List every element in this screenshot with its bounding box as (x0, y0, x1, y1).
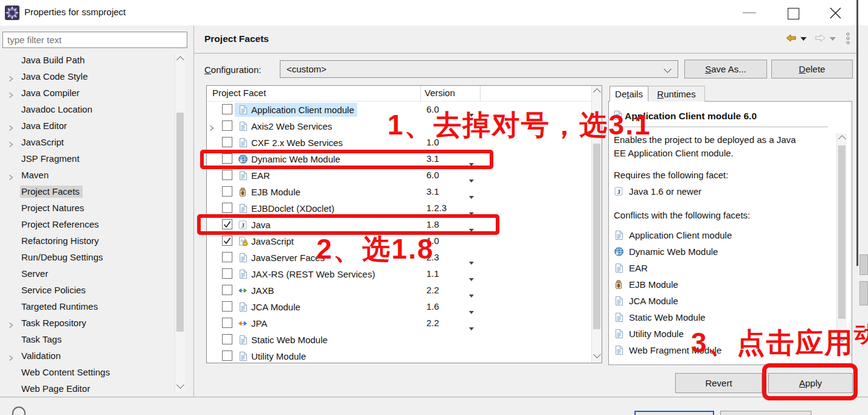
scroll-down-icon[interactable] (593, 350, 601, 358)
facet-row[interactable]: EAR6.0 (207, 167, 591, 184)
version-dropdown-icon[interactable] (469, 256, 474, 267)
tab-runtimes[interactable]: Runtimes (648, 86, 705, 102)
facet-checkbox[interactable] (222, 285, 232, 295)
help-button-partial[interactable] (12, 406, 26, 415)
save-as-button[interactable]: Save As... (684, 60, 767, 78)
expand-chevron-icon[interactable] (8, 353, 14, 359)
sidebar-item-service-policies[interactable]: Service Policies (0, 282, 173, 299)
js-icon (238, 237, 248, 246)
facet-row[interactable]: JCA Module1.6 (207, 299, 591, 315)
facet-reference-item: JJava 1.6 or newer (614, 183, 814, 200)
expand-chevron-icon[interactable] (8, 123, 14, 129)
version-dropdown-icon[interactable] (469, 305, 474, 316)
sidebar-item-validation[interactable]: Validation (0, 348, 173, 364)
facet-checkbox[interactable] (222, 268, 232, 279)
facet-checkbox[interactable] (222, 186, 232, 197)
sidebar-item-maven[interactable]: Maven (0, 167, 173, 184)
scroll-up-icon[interactable] (838, 135, 846, 143)
facet-checkbox[interactable] (222, 301, 232, 312)
facet-checkbox[interactable] (222, 334, 232, 344)
cancel-button-partial[interactable] (720, 411, 811, 415)
sidebar-item-server[interactable]: Server (0, 266, 173, 282)
facet-checkbox[interactable] (222, 170, 232, 180)
sidebar-item-javadoc-location[interactable]: Javadoc Location (0, 102, 173, 118)
sidebar-item-project-references[interactable]: Project References (0, 217, 173, 233)
sidebar-item-jsp-fragment[interactable]: JSP Fragment (0, 151, 173, 167)
maximize-button[interactable] (788, 8, 799, 19)
version-dropdown-icon[interactable] (469, 289, 474, 299)
forward-arrow-icon[interactable] (815, 34, 825, 42)
facet-checkbox[interactable] (222, 104, 232, 114)
back-arrow-icon[interactable] (786, 34, 796, 42)
expand-chevron-icon[interactable] (8, 320, 14, 326)
sidebar-item-project-facets[interactable]: Project Facets (0, 184, 173, 200)
facet-row[interactable]: JAX-RS (REST Web Services)1.1 (207, 266, 591, 282)
close-button[interactable] (829, 7, 842, 19)
facet-checkbox[interactable] (222, 235, 232, 246)
version-dropdown-icon[interactable] (469, 174, 474, 184)
svg-text:J: J (617, 188, 620, 195)
facet-label: CXF 2.x Web Services (251, 138, 343, 148)
sidebar-item-java-editor[interactable]: Java Editor (0, 118, 173, 134)
delete-button[interactable]: Delete (771, 60, 853, 78)
sidebar-item-java-build-path[interactable]: Java Build Path (0, 52, 173, 69)
sidebar-item-web-page-editor[interactable]: Web Page Editor (0, 381, 173, 397)
sidebar-item-task-tags[interactable]: Task Tags (0, 332, 173, 348)
facet-row[interactable]: JAXB2.2 (207, 282, 591, 299)
configuration-combo[interactable]: <custom> (280, 60, 678, 78)
expand-chevron-icon[interactable] (209, 123, 215, 133)
version-dropdown-icon[interactable] (469, 273, 474, 283)
facet-row[interactable]: Utility Module (207, 348, 591, 363)
sidebar-item-run-debug-settings[interactable]: Run/Debug Settings (0, 249, 173, 266)
sidebar-item-refactoring-history[interactable]: Refactoring History (0, 233, 173, 249)
facet-checkbox[interactable] (222, 203, 232, 213)
sidebar-item-label: Java Build Path (20, 54, 88, 66)
facet-row[interactable]: EJB Module3.1 (207, 184, 591, 200)
scrollbar-thumb[interactable] (176, 113, 184, 332)
facet-row[interactable]: Static Web Module (207, 332, 591, 348)
version-dropdown-icon[interactable] (469, 190, 474, 201)
sidebar-scrollbar[interactable] (175, 54, 185, 392)
facet-reference-label: Dynamic Web Module (629, 246, 718, 257)
facet-row[interactable]: JPA2.2 (207, 315, 591, 332)
version-dropdown-icon[interactable] (469, 322, 474, 332)
revert-button[interactable]: Revert (675, 373, 762, 393)
requires-label: Requires the following facet: (614, 170, 728, 180)
minimize-button[interactable] (743, 12, 756, 13)
expand-chevron-icon[interactable] (8, 90, 14, 96)
facet-version: 1.2.3 (426, 203, 446, 213)
sidebar-item-targeted-runtimes[interactable]: Targeted Runtimes (0, 299, 173, 315)
sidebar-item-label: Project Natures (20, 202, 87, 214)
doc-icon (238, 138, 248, 147)
ok-button-partial[interactable] (634, 411, 714, 415)
sidebar-item-task-repository[interactable]: Task Repository (0, 315, 173, 332)
scrollbar-thumb[interactable] (593, 144, 600, 329)
facet-checkbox[interactable] (222, 252, 232, 262)
sidebar-item-label: Java Code Style (20, 71, 91, 83)
facet-checkbox[interactable] (222, 120, 232, 131)
facet-checkbox[interactable] (222, 318, 232, 328)
tab-details[interactable]: Details (609, 86, 648, 102)
scroll-up-icon[interactable] (176, 56, 184, 64)
sidebar-item-java-code-style[interactable]: Java Code Style (0, 69, 173, 85)
facet-checkbox[interactable] (222, 137, 232, 147)
details-scrollbar[interactable] (836, 133, 847, 346)
expand-chevron-icon[interactable] (8, 74, 14, 80)
facet-label: Utility Module (251, 351, 306, 361)
view-menu-icon[interactable] (845, 32, 850, 44)
forward-history-dropdown-icon[interactable] (830, 37, 836, 41)
scroll-down-icon[interactable] (176, 381, 184, 389)
facet-checkbox[interactable] (222, 350, 232, 361)
expand-chevron-icon[interactable] (8, 172, 14, 178)
filter-input[interactable] (2, 32, 187, 48)
expand-chevron-icon[interactable] (8, 139, 14, 145)
back-history-dropdown-icon[interactable] (800, 37, 807, 41)
scroll-up-icon[interactable] (593, 88, 601, 96)
doc-icon (614, 231, 623, 240)
sidebar-item-project-natures[interactable]: Project Natures (0, 200, 173, 217)
scrollbar-thumb[interactable] (838, 145, 845, 319)
sidebar-item-javascript[interactable]: JavaScript (0, 134, 173, 151)
sidebar-item-label: Task Repository (20, 317, 89, 329)
sidebar-item-web-content-settings[interactable]: Web Content Settings (0, 364, 173, 381)
sidebar-item-java-compiler[interactable]: Java Compiler (0, 85, 173, 102)
